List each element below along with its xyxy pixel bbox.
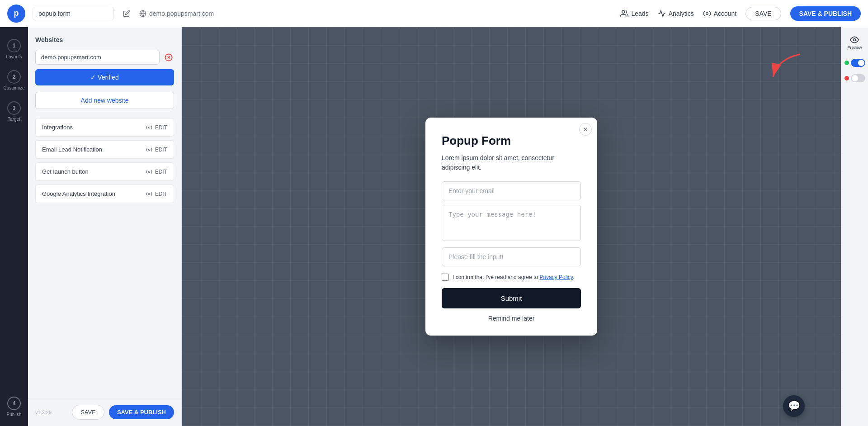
svg-point-7	[148, 127, 150, 128]
popup-checkbox-row: I confirm that I've read and agree to Pr…	[442, 274, 581, 281]
popup-remind-later[interactable]: Remind me later	[442, 315, 581, 322]
canvas: Popup Form Lorem ipsum dolor sit amet, c…	[182, 27, 841, 426]
add-website-button[interactable]: Add new website	[35, 92, 174, 109]
integrations-label: Integrations	[42, 124, 73, 131]
integrations-item[interactable]: Integrations EDIT	[35, 118, 174, 137]
svg-point-8	[148, 149, 150, 151]
step-target[interactable]: 3 Target	[0, 97, 28, 126]
privacy-checkbox[interactable]	[442, 274, 449, 281]
preview-button[interactable]: Preview	[845, 32, 863, 53]
step-1-label: Layouts	[6, 54, 22, 59]
red-dot	[844, 76, 849, 80]
toggle-off[interactable]	[851, 74, 865, 82]
step-1-circle: 1	[7, 39, 21, 52]
panel: Websites ✓ Verified Add new website Inte…	[28, 27, 182, 426]
analytics-nav[interactable]: Analytics	[658, 9, 694, 18]
toggle-row-1	[841, 57, 868, 69]
analytics-label: Google Analytics Integration	[42, 190, 115, 197]
url-text: demo.popupsmart.com	[149, 10, 214, 17]
arrow-annotation	[769, 50, 805, 88]
popup-fill-input[interactable]	[442, 247, 581, 266]
step-4-circle: 4	[7, 397, 21, 410]
right-panel: Preview	[841, 27, 868, 426]
topbar-left: demo.popupsmart.com	[33, 6, 615, 21]
account-nav[interactable]: Account	[703, 9, 737, 18]
analytics-edit[interactable]: EDIT	[146, 191, 167, 197]
panel-footer: v1.3.29 SAVE SAVE & PUBLISH	[28, 398, 181, 426]
leads-nav[interactable]: Leads	[620, 9, 648, 18]
launch-button-item[interactable]: Get launch button EDIT	[35, 162, 174, 181]
step-layouts[interactable]: 1 Layouts	[0, 34, 28, 64]
popup-modal: Popup Form Lorem ipsum dolor sit amet, c…	[425, 118, 597, 336]
save-publish-button[interactable]: SAVE & PUBLISH	[790, 6, 861, 21]
email-lead-edit-label: EDIT	[155, 147, 167, 153]
email-lead-label: Email Lead Notification	[42, 146, 102, 153]
analytics-label: Analytics	[669, 10, 694, 17]
websites-title: Websites	[35, 36, 174, 43]
step-2-label: Customize	[3, 85, 24, 90]
popup-email-input[interactable]	[442, 181, 581, 200]
website-input[interactable]	[35, 50, 160, 65]
preview-label: Preview	[847, 45, 862, 50]
popup-title: Popup Form	[442, 134, 581, 148]
svg-point-3	[706, 12, 708, 14]
integrations-edit[interactable]: EDIT	[146, 124, 167, 131]
step-publish[interactable]: 4 Publish	[0, 392, 28, 426]
launch-button-edit-label: EDIT	[155, 169, 167, 175]
version-label: v1.3.29	[35, 410, 52, 415]
chat-icon: 💬	[788, 400, 800, 412]
email-lead-item[interactable]: Email Lead Notification EDIT	[35, 140, 174, 159]
verified-button[interactable]: ✓ Verified	[35, 69, 174, 85]
topbar-right: Leads Analytics Account SAVE SAVE & PUBL…	[620, 6, 861, 21]
popup-close-button[interactable]	[579, 123, 592, 136]
logo[interactable]: p	[7, 5, 25, 23]
main-layout: 1 Layouts 2 Customize 3 Target 4 Publish…	[0, 27, 868, 426]
footer-save-button[interactable]: SAVE	[72, 405, 104, 420]
steps-sidebar: 1 Layouts 2 Customize 3 Target 4 Publish	[0, 27, 28, 426]
save-button[interactable]: SAVE	[745, 7, 781, 20]
launch-button-edit[interactable]: EDIT	[146, 169, 167, 175]
popup-message-input[interactable]	[442, 205, 581, 241]
leads-label: Leads	[631, 10, 648, 17]
svg-point-14	[854, 39, 856, 41]
svg-point-2	[622, 10, 625, 13]
integrations-edit-label: EDIT	[155, 124, 167, 131]
edit-title-button[interactable]	[119, 6, 134, 21]
privacy-label: I confirm that I've read and agree to Pr…	[453, 274, 575, 280]
launch-button-label: Get launch button	[42, 168, 89, 175]
remove-website-button[interactable]	[163, 52, 174, 63]
svg-point-10	[148, 193, 150, 195]
website-row	[35, 50, 174, 65]
topbar: p demo.popupsmart.com L	[0, 0, 868, 27]
popup-title-input[interactable]	[33, 7, 114, 20]
step-3-circle: 3	[7, 101, 21, 115]
email-lead-edit[interactable]: EDIT	[146, 147, 167, 153]
toggle-row-2	[841, 72, 868, 84]
step-4-label: Publish	[7, 412, 22, 417]
step-3-label: Target	[8, 117, 20, 122]
chat-widget[interactable]: 💬	[783, 395, 805, 417]
account-label: Account	[714, 10, 737, 17]
popup-submit-button[interactable]: Submit	[442, 288, 581, 308]
analytics-item[interactable]: Google Analytics Integration EDIT	[35, 185, 174, 203]
step-customize[interactable]: 2 Customize	[0, 66, 28, 95]
footer-save-publish-button[interactable]: SAVE & PUBLISH	[109, 405, 174, 419]
analytics-edit-label: EDIT	[155, 191, 167, 197]
svg-point-9	[148, 171, 150, 173]
green-dot	[844, 61, 849, 65]
toggle-on[interactable]	[851, 59, 865, 67]
popup-description: Lorem ipsum dolor sit amet, consectetur …	[442, 153, 581, 172]
topbar-url: demo.popupsmart.com	[139, 10, 214, 17]
panel-content: Websites ✓ Verified Add new website Inte…	[28, 27, 181, 398]
step-2-circle: 2	[7, 70, 21, 84]
privacy-link[interactable]: Privacy Policy	[539, 274, 573, 280]
